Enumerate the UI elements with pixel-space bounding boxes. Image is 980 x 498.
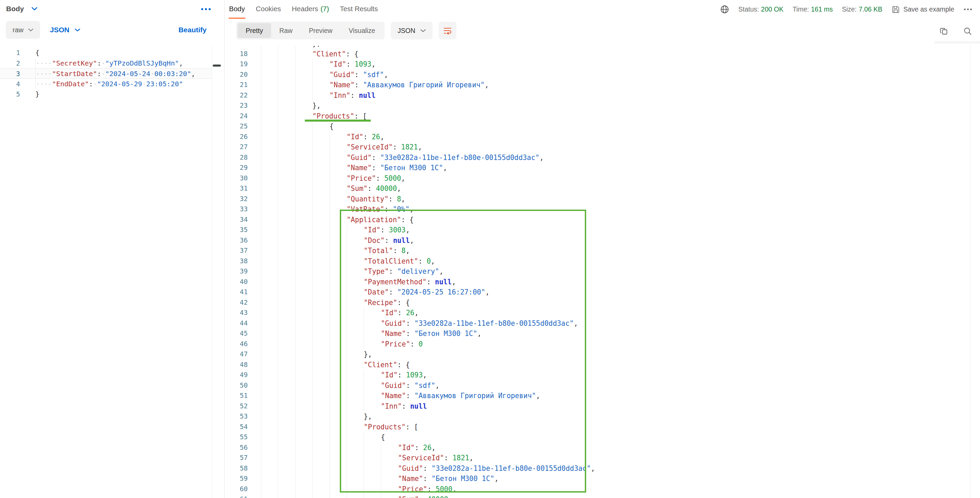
token-s: "Аввакумов Григорий Игоревич" bbox=[363, 81, 485, 89]
response-more-options-button[interactable] bbox=[964, 8, 972, 10]
code-line-42[interactable]: 42 "Recipe": { bbox=[224, 298, 980, 308]
code-line-50[interactable]: 50 "Guid": "sdf", bbox=[224, 380, 980, 391]
view-segment-preview[interactable]: Preview bbox=[301, 23, 340, 38]
code-line-59[interactable]: 59 "Name": "Бетон М300 1С", bbox=[224, 474, 980, 484]
request-more-options-button[interactable] bbox=[201, 8, 211, 10]
code-line-61[interactable]: 61 "Sum": 40000, bbox=[224, 494, 980, 498]
response-tab-cookies[interactable]: Cookies bbox=[256, 0, 282, 19]
code-line-21[interactable]: 21 "Name": "Аввакумов Григорий Игоревич"… bbox=[224, 80, 980, 91]
code-line-37[interactable]: 37 "Total": 8, bbox=[224, 246, 980, 256]
request-editor-scrollbar-marker[interactable] bbox=[213, 65, 221, 67]
code-line-31[interactable]: 31 "Sum": 40000, bbox=[224, 183, 980, 194]
view-segment-visualize[interactable]: Visualize bbox=[340, 23, 383, 38]
code-line-43[interactable]: 43 "Id": 26, bbox=[224, 308, 980, 318]
token-b: { bbox=[355, 50, 358, 58]
line-number: 17 bbox=[224, 46, 248, 49]
indent-guide bbox=[278, 142, 295, 153]
indent-guide bbox=[278, 121, 295, 132]
indent-guide bbox=[295, 266, 312, 277]
code-line-32[interactable]: 32 "Quantity": 8, bbox=[224, 194, 980, 205]
code-line-26[interactable]: 26 "Id": 26, bbox=[224, 132, 980, 142]
copy-icon[interactable] bbox=[939, 27, 949, 36]
wrap-lines-button[interactable] bbox=[439, 22, 457, 40]
code-line-2[interactable]: 2····"SecretKey":·"yTPzoDdBlSJyBqHn", bbox=[0, 58, 212, 68]
code-line-28[interactable]: 28 "Guid": "33e0282a-11be-11ef-b80e-0015… bbox=[224, 153, 980, 163]
body-mode-dropdown[interactable]: raw bbox=[6, 21, 40, 39]
response-tab-headers[interactable]: Headers(7) bbox=[291, 0, 329, 19]
code-line-52[interactable]: 52 "Inn": null bbox=[224, 401, 980, 412]
indent-guide bbox=[312, 422, 329, 433]
code-line-34[interactable]: 34 "Application": { bbox=[224, 215, 980, 225]
code-line-40[interactable]: 40 "PaymentMethod": null, bbox=[224, 277, 980, 287]
token-b: }, bbox=[312, 46, 321, 48]
token-s: "2024-05-29·23:05:20" bbox=[97, 80, 183, 88]
code-text: { bbox=[35, 48, 40, 58]
code-line-3[interactable]: 3····"StartDate":·"2024-05-24·00:03:20", bbox=[0, 68, 212, 79]
request-panel-title: Body bbox=[6, 5, 24, 13]
code-line-44[interactable]: 44 "Guid": "33e0282a-11be-11ef-b80e-0015… bbox=[224, 318, 980, 329]
chevron-down-icon bbox=[75, 29, 80, 32]
request-body-editor[interactable]: 1{2····"SecretKey":·"yTPzoDdBlSJyBqHn",3… bbox=[0, 45, 224, 498]
code-line-1[interactable]: 1{ bbox=[0, 48, 212, 58]
code-line-23[interactable]: 23 }, bbox=[224, 100, 980, 111]
view-segment-raw[interactable]: Raw bbox=[271, 23, 301, 38]
indent-guide bbox=[329, 132, 347, 142]
code-line-17[interactable]: 17 }, bbox=[224, 46, 980, 49]
code-line-54[interactable]: 54 "Products": [ bbox=[224, 422, 980, 433]
code-line-60[interactable]: 60 "Price": 5000, bbox=[224, 484, 980, 495]
indent-guide bbox=[261, 411, 278, 422]
code-line-18[interactable]: 18 "Client": { bbox=[224, 49, 980, 59]
response-body-viewer[interactable]: 17 },18 "Client": {19 "Id": 1093,20 "Gui… bbox=[224, 46, 980, 498]
code-line-33[interactable]: 33 "VatRate": "0%", bbox=[224, 204, 980, 215]
code-line-49[interactable]: 49 "Id": 1093, bbox=[224, 370, 980, 380]
indent-guide bbox=[312, 463, 329, 474]
code-line-46[interactable]: 46 "Price": 0 bbox=[224, 339, 980, 350]
response-tab-test-results[interactable]: Test Results bbox=[339, 0, 378, 19]
code-line-47[interactable]: 47 }, bbox=[224, 349, 980, 360]
indent-guide bbox=[295, 46, 312, 49]
beautify-button[interactable]: Beautify bbox=[178, 21, 207, 39]
code-line-22[interactable]: 22 "Inn": null bbox=[224, 91, 980, 101]
view-segment-pretty[interactable]: Pretty bbox=[237, 23, 271, 38]
code-line-30[interactable]: 30 "Price": 5000, bbox=[224, 173, 980, 184]
code-line-38[interactable]: 38 "TotalClient": 0, bbox=[224, 256, 980, 267]
token-k: "ServiceId" bbox=[347, 143, 393, 151]
code-line-45[interactable]: 45 "Name": "Бетон М300 1С", bbox=[224, 328, 980, 339]
indent-guide bbox=[312, 142, 329, 153]
code-line-48[interactable]: 48 "Client": { bbox=[224, 360, 980, 370]
request-language-dropdown[interactable]: JSON bbox=[50, 21, 80, 39]
save-as-example-button[interactable]: Save as example bbox=[891, 5, 954, 14]
code-line-53[interactable]: 53 }, bbox=[224, 411, 980, 422]
token-p: : bbox=[346, 60, 355, 68]
indent-guide bbox=[312, 308, 329, 318]
code-line-20[interactable]: 20 "Guid": "sdf", bbox=[224, 70, 980, 80]
code-line-5[interactable]: 5} bbox=[0, 89, 212, 100]
code-line-27[interactable]: 27 "ServiceId": 1821, bbox=[224, 142, 980, 153]
indent-guide bbox=[261, 49, 278, 59]
code-line-29[interactable]: 29 "Name": "Бетон М300 1С", bbox=[224, 163, 980, 173]
time-value: 161 ms bbox=[811, 5, 833, 13]
code-line-58[interactable]: 58 "Guid": "33e0282a-11be-11ef-b80e-0015… bbox=[224, 463, 980, 474]
line-number: 4 bbox=[0, 79, 20, 89]
code-line-35[interactable]: 35 "Id": 3003, bbox=[224, 225, 980, 235]
indent-guide bbox=[295, 401, 312, 412]
code-line-41[interactable]: 41 "Date": "2024-05-25 16:27:00", bbox=[224, 287, 980, 298]
code-line-51[interactable]: 51 "Name": "Аввакумов Григорий Игоревич"… bbox=[224, 391, 980, 401]
code-line-39[interactable]: 39 "Type": "delivery", bbox=[224, 266, 980, 277]
indent-guide bbox=[278, 111, 295, 122]
response-language-dropdown[interactable]: JSON bbox=[391, 22, 433, 40]
code-line-55[interactable]: 55 { bbox=[224, 432, 980, 442]
indent-guide bbox=[312, 349, 329, 360]
code-line-25[interactable]: 25 { bbox=[224, 121, 980, 132]
code-line-19[interactable]: 19 "Id": 1093, bbox=[224, 59, 980, 70]
line-number: 2 bbox=[0, 58, 20, 68]
code-line-56[interactable]: 56 "Id": 26, bbox=[224, 442, 980, 453]
request-body-dropdown[interactable]: Body bbox=[6, 5, 37, 13]
code-line-4[interactable]: 4····"EndDate":·"2024-05-29·23:05:20" bbox=[0, 79, 212, 89]
search-icon[interactable] bbox=[963, 27, 972, 36]
response-tab-body[interactable]: Body bbox=[229, 0, 245, 19]
token-p: :· bbox=[89, 80, 97, 88]
code-text: { bbox=[261, 121, 334, 132]
code-line-57[interactable]: 57 "ServiceId": 1821, bbox=[224, 453, 980, 463]
code-line-36[interactable]: 36 "Doc": null, bbox=[224, 235, 980, 246]
